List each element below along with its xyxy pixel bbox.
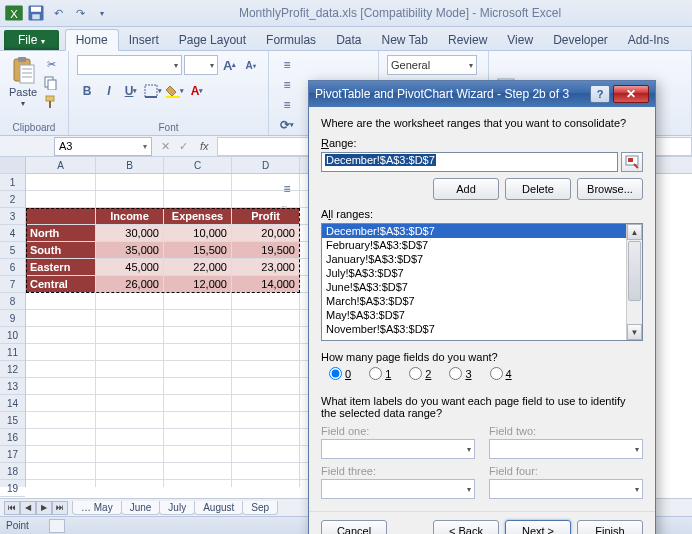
row-header[interactable]: 12	[0, 361, 25, 378]
cell[interactable]	[26, 174, 96, 191]
tab-home[interactable]: Home	[65, 29, 119, 51]
page-field-radio-3[interactable]: 3	[449, 367, 471, 380]
scroll-up-icon[interactable]: ▲	[627, 224, 642, 240]
fx-icon[interactable]: fx	[200, 140, 209, 152]
dialog-help-icon[interactable]: ?	[590, 85, 610, 103]
cell[interactable]: 30,000	[96, 225, 164, 242]
scroll-down-icon[interactable]: ▼	[627, 324, 642, 340]
tab-review[interactable]: Review	[438, 30, 497, 50]
add-button[interactable]: Add	[433, 178, 499, 200]
cell[interactable]	[164, 191, 232, 208]
row-header[interactable]: 13	[0, 378, 25, 395]
tab-page-layout[interactable]: Page Layout	[169, 30, 256, 50]
cell[interactable]	[164, 310, 232, 327]
cell[interactable]: 45,000	[96, 259, 164, 276]
cell[interactable]	[164, 446, 232, 463]
cell[interactable]	[164, 395, 232, 412]
cell[interactable]	[26, 191, 96, 208]
cell[interactable]	[26, 208, 96, 225]
undo-icon[interactable]: ↶	[48, 3, 68, 23]
sheet-nav-next-icon[interactable]: ▶	[36, 501, 52, 515]
sheet-tab[interactable]: … May	[72, 501, 122, 515]
cell[interactable]	[232, 344, 300, 361]
cell[interactable]	[232, 327, 300, 344]
fill-color-icon[interactable]: ▾	[165, 81, 185, 101]
cell[interactable]	[164, 429, 232, 446]
col-header-A[interactable]: A	[26, 157, 96, 173]
row-header[interactable]: 9	[0, 310, 25, 327]
row-header[interactable]: 14	[0, 395, 25, 412]
cell[interactable]: 35,000	[96, 242, 164, 259]
cell[interactable]: South	[26, 242, 96, 259]
enter-formula-icon[interactable]: ✓	[174, 140, 192, 153]
cell[interactable]: Eastern	[26, 259, 96, 276]
paste-icon[interactable]	[8, 55, 38, 85]
excel-app-icon[interactable]: X	[4, 3, 24, 23]
cell[interactable]	[164, 327, 232, 344]
tab-developer[interactable]: Developer	[543, 30, 618, 50]
cancel-formula-icon[interactable]: ✕	[156, 140, 174, 153]
dialog-titlebar[interactable]: PivotTable and PivotChart Wizard - Step …	[309, 81, 655, 107]
cell[interactable]	[164, 412, 232, 429]
save-icon[interactable]	[26, 3, 46, 23]
range-item[interactable]: November!$A$3:$D$7	[322, 322, 642, 336]
range-input[interactable]: December!$A$3:$D$7	[321, 152, 618, 172]
cell[interactable]	[96, 191, 164, 208]
cell[interactable]	[26, 395, 96, 412]
finish-button[interactable]: Finish	[577, 520, 643, 534]
cell[interactable]	[96, 174, 164, 191]
col-header-B[interactable]: B	[96, 157, 164, 173]
cell[interactable]	[164, 463, 232, 480]
row-header[interactable]: 10	[0, 327, 25, 344]
number-format-combo[interactable]: General▾	[387, 55, 477, 75]
cell[interactable]	[232, 174, 300, 191]
paste-label[interactable]: Paste	[9, 86, 37, 98]
cell[interactable]	[26, 463, 96, 480]
sheet-tab[interactable]: June	[121, 501, 161, 515]
row-header[interactable]: 16	[0, 429, 25, 446]
range-item[interactable]: December!$A$3:$D$7	[322, 224, 642, 238]
cell[interactable]: 20,000	[232, 225, 300, 242]
cell[interactable]	[26, 480, 96, 487]
tab-view[interactable]: View	[497, 30, 543, 50]
qat-more-icon[interactable]: ▾	[92, 3, 112, 23]
range-item[interactable]: January!$A$3:$D$7	[322, 252, 642, 266]
cell[interactable]	[96, 344, 164, 361]
row-header[interactable]: 1	[0, 174, 25, 191]
cell[interactable]	[232, 310, 300, 327]
sheet-tab[interactable]: July	[159, 501, 195, 515]
cell[interactable]	[26, 429, 96, 446]
row-header[interactable]: 7	[0, 276, 25, 293]
tab-file[interactable]: File ▾	[4, 30, 59, 50]
macro-record-icon[interactable]	[49, 519, 65, 533]
cell[interactable]	[26, 446, 96, 463]
underline-icon[interactable]: U▾	[121, 81, 141, 101]
bold-icon[interactable]: B	[77, 81, 97, 101]
page-field-radio-2[interactable]: 2	[409, 367, 431, 380]
cell[interactable]	[232, 480, 300, 487]
cell[interactable]	[232, 463, 300, 480]
cell[interactable]	[96, 429, 164, 446]
range-picker-icon[interactable]	[621, 152, 643, 172]
browse-button[interactable]: Browse...	[577, 178, 643, 200]
sheet-tab[interactable]: Sep	[242, 501, 278, 515]
range-item[interactable]: June!$A$3:$D$7	[322, 280, 642, 294]
row-header[interactable]: 15	[0, 412, 25, 429]
tab-insert[interactable]: Insert	[119, 30, 169, 50]
shrink-font-icon[interactable]: A▾	[241, 55, 260, 75]
cell[interactable]	[164, 480, 232, 487]
row-header[interactable]: 2	[0, 191, 25, 208]
page-field-radio-4[interactable]: 4	[490, 367, 512, 380]
redo-icon[interactable]: ↷	[70, 3, 90, 23]
cell[interactable]	[232, 191, 300, 208]
copy-icon[interactable]	[42, 74, 60, 92]
cell[interactable]	[96, 310, 164, 327]
range-item[interactable]: May!$A$3:$D$7	[322, 308, 642, 322]
cell[interactable]	[164, 293, 232, 310]
cell[interactable]	[232, 412, 300, 429]
col-header-C[interactable]: C	[164, 157, 232, 173]
tab-formulas[interactable]: Formulas	[256, 30, 326, 50]
row-header[interactable]: 3	[0, 208, 25, 225]
cell[interactable]: 23,000	[232, 259, 300, 276]
cell[interactable]	[232, 293, 300, 310]
